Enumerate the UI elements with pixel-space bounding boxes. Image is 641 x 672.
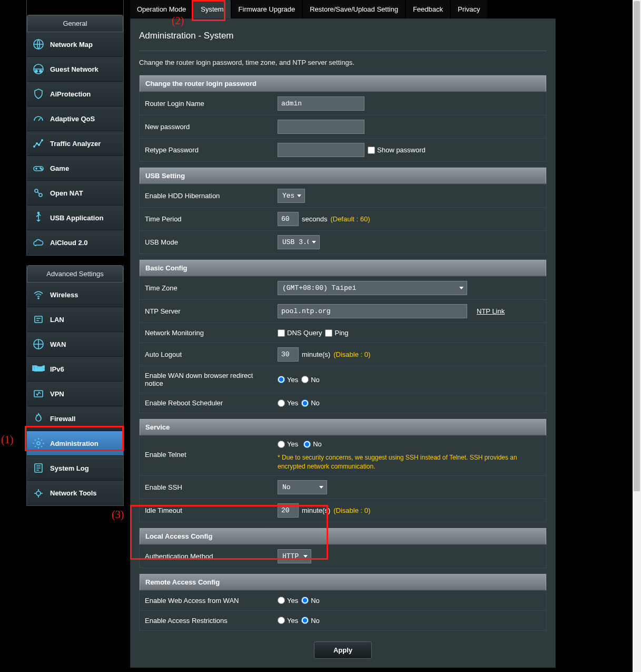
sidebar-item-wireless[interactable]: Wireless [27,283,123,307]
auto-logout-input[interactable] [278,347,299,362]
svg-rect-15 [35,316,42,323]
svg-text:IPv6: IPv6 [32,364,45,372]
sidebar-item-network-map[interactable]: Network Map [27,32,123,57]
router-login-name-input[interactable] [278,96,364,111]
sidebar-item-label: USB Application [50,214,103,222]
sidebar-item-firewall[interactable]: Firewall [27,406,123,431]
telnet-yes-radio[interactable]: Yes [278,440,298,448]
svg-point-7 [42,140,43,141]
tab-bar: Operation ModeSystemFirmware UpgradeRest… [130,0,556,18]
shield-icon [32,87,45,100]
show-password-checkbox[interactable]: Show password [368,146,426,154]
wifi-icon [32,288,45,301]
section-basic-header: Basic Config [140,260,546,276]
sidebar-item-label: Adaptive QoS [50,115,95,123]
retype-password-label: Retype Password [140,143,275,157]
apply-button[interactable]: Apply [314,641,372,659]
sidebar-item-label: WAN [50,340,66,348]
vpn-icon [32,387,45,400]
annotation-1-label: (1) [1,434,13,446]
section-remote: Remote Access Config Enable Web Access f… [139,573,547,631]
ssh-select[interactable]: No [278,480,327,494]
auth-method-select[interactable]: HTTP [278,549,311,563]
wan-access-yes-radio[interactable]: Yes [278,597,298,605]
tab-feedback[interactable]: Feedback [406,0,450,18]
gamepad-icon [32,162,45,174]
wan-access-label: Enable Web Access from WAN [140,593,275,608]
sidebar-item-lan[interactable]: LAN [27,307,123,332]
telnet-no-radio[interactable]: No [303,440,322,448]
sidebar-item-label: Network Tools [50,489,97,497]
sidebar-item-administration[interactable]: Administration [27,431,123,456]
sidebar-item-vpn[interactable]: VPN [27,382,123,406]
new-password-label: New password [140,120,275,134]
telnet-label: Enable Telnet [140,438,275,462]
restrictions-no-radio[interactable]: No [301,617,320,625]
time-period-input[interactable] [278,212,299,226]
nat-icon [32,187,45,199]
hdd-hibernation-select[interactable]: Yes [278,189,305,203]
svg-point-2 [35,70,37,72]
sidebar-advanced: Advanced Settings WirelessLANWANIPv6IPv6… [26,265,124,506]
sidebar-item-game[interactable]: Game [27,156,123,181]
sidebar-item-guest-network[interactable]: Guest Network [27,57,123,82]
idle-timeout-input[interactable] [278,503,299,518]
sidebar-item-ipv6[interactable]: IPv6IPv6 [27,357,123,382]
tab-firmware-upgrade[interactable]: Firmware Upgrade [232,0,302,18]
svg-point-4 [34,146,35,147]
ping-checkbox[interactable]: Ping [325,329,348,337]
show-password-toggle[interactable] [368,147,375,154]
access-restrictions-label: Enable Access Restrictions [140,613,275,628]
dns-query-checkbox[interactable]: DNS Query [278,329,322,337]
new-password-input[interactable] [278,120,364,134]
network-monitoring-label: Network Monitoring [140,326,275,340]
tab-privacy[interactable]: Privacy [451,0,487,18]
sidebar-item-label: Firewall [50,415,75,423]
timezone-label: Time Zone [140,281,275,295]
restrictions-yes-radio[interactable]: Yes [278,617,298,625]
sidebar-item-label: Traffic Analyzer [50,140,101,148]
ntp-server-input[interactable] [278,304,467,318]
section-usb-header: USB Setting [140,168,546,184]
sidebar-top-spacer [27,0,123,15]
sidebar-item-label: AiCloud 2.0 [50,239,88,247]
svg-point-6 [38,144,40,145]
tab-system[interactable]: System [194,0,230,18]
sidebar-item-label: Guest Network [50,65,98,73]
retype-password-input[interactable] [278,143,364,157]
sidebar-item-adaptive-qos[interactable]: Adaptive QoS [27,106,123,131]
sidebar-item-aiprotection[interactable]: AiProtection [27,82,123,106]
reboot-scheduler-label: Enable Reboot Scheduler [140,396,275,410]
sidebar-item-network-tools[interactable]: Network Tools [27,481,123,505]
ntp-link[interactable]: NTP Link [477,307,505,315]
sidebar-item-label: Wireless [50,291,78,299]
usb-mode-select[interactable]: USB 3.0 [278,235,320,249]
sidebar-item-aicloud-2-0[interactable]: AiCloud 2.0 [27,230,123,255]
sidebar-item-open-nat[interactable]: Open NAT [27,181,123,206]
scrollbar-thumb[interactable] [634,1,640,491]
sidebar-advanced-title: Advanced Settings [27,265,123,283]
reboot-no-radio[interactable]: No [301,399,320,407]
reboot-yes-radio[interactable]: Yes [278,399,298,407]
auto-logout-units: minute(s) [302,350,330,358]
auto-logout-hint: (Disable : 0) [333,350,370,358]
svg-point-3 [40,70,42,72]
annotation-2-label: (2) [172,15,184,27]
svg-point-13 [38,212,40,214]
gauge-icon [32,112,45,125]
sidebar-item-system-log[interactable]: System Log [27,456,123,481]
sidebar-item-usb-application[interactable]: USB Application [27,206,123,230]
sidebar-item-traffic-analyzer[interactable]: Traffic Analyzer [27,131,123,156]
wan-down-yes-radio[interactable]: Yes [278,376,298,384]
ipv6-icon: IPv6 [32,363,45,375]
timezone-select[interactable]: (GMT+08:00) Taipei [278,281,467,295]
sidebar-item-label: Open NAT [50,189,83,197]
section-service: Service Enable Telnet Yes No * Due to se… [139,418,547,522]
wan-down-no-radio[interactable]: No [301,376,320,384]
wan-access-no-radio[interactable]: No [301,597,320,605]
page-desc: Change the router login password, time z… [139,59,547,66]
tab-restore-save-upload-setting[interactable]: Restore/Save/Upload Setting [303,0,405,18]
scrollbar-track[interactable] [633,0,641,672]
time-period-hint: (Default : 60) [330,215,370,223]
sidebar-item-wan[interactable]: WAN [27,332,123,357]
